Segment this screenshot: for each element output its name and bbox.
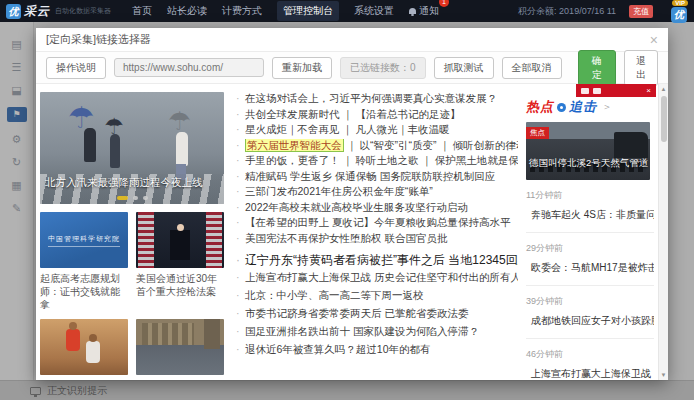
- reload-button[interactable]: 重新加载: [272, 57, 332, 79]
- confirm-button[interactable]: 确定: [578, 50, 616, 86]
- hot-item-text[interactable]: 奔驰车起火 4S店：非质量问题: [526, 208, 654, 222]
- vip-badge: VIP: [672, 0, 688, 6]
- hot-item-time: 29分钟前: [526, 242, 654, 255]
- hot-news-item[interactable]: 46分钟前 上海宣布打赢大上海保卫战: [526, 339, 654, 380]
- menu-item-notifications[interactable]: 通知 1: [409, 4, 439, 18]
- selected-link-highlight[interactable]: 第六届世界智能大会: [245, 139, 344, 152]
- ship-graphic: [614, 132, 648, 158]
- close-icon[interactable]: ×: [650, 33, 658, 47]
- hot-section-header[interactable]: 热点 追击 ＞: [526, 98, 654, 116]
- carousel-main-image[interactable]: ☂ ☂ ☂ 北方入汛来最强降雨过程今夜上线: [40, 92, 224, 204]
- headline-link[interactable]: 三部门发布2021年住房公积金年度“账单”: [236, 185, 518, 198]
- menu-item-must-read[interactable]: 站长必读: [167, 4, 207, 18]
- hot-title: 热点: [526, 98, 554, 116]
- pedestrian-figure: [110, 134, 120, 168]
- focus-caption[interactable]: 德国叫停北溪2号天然气管道: [529, 157, 647, 170]
- scrollbar-down-icon[interactable]: ▼: [659, 370, 668, 380]
- carousel-dot[interactable]: [133, 196, 138, 200]
- vip-corner[interactable]: VIP 优: [666, 1, 688, 21]
- notifications-label: 通知: [419, 4, 439, 18]
- headline-link-lead[interactable]: 辽宁丹东“持黄码者看病被拦”事件之后 当地12345回应: [236, 254, 518, 267]
- menu-item-home[interactable]: 首页: [132, 4, 152, 18]
- webpage-hot-panel: × 热点 追击 ＞ 焦点 德国叫停北溪2号天然气管道 11分钟前 奔驰车起火 4…: [526, 92, 654, 380]
- menu-item-pricing[interactable]: 计费方式: [222, 4, 262, 18]
- notification-badge: 1: [439, 0, 449, 7]
- headline-link[interactable]: 【在希望的田野上 夏收记】今年夏粮收购总量保持高水平: [236, 216, 518, 229]
- hot-news-item[interactable]: 39分钟前 成都地铁回应女子对小孩跺脚: [526, 286, 654, 339]
- bell-icon: [409, 8, 416, 14]
- headline-link[interactable]: 星火成炬｜不舍再见 ｜ 凡人微光｜丰收温暖: [236, 123, 518, 136]
- quit-button[interactable]: 退出: [624, 50, 658, 86]
- focus-tag: 焦点: [526, 127, 549, 139]
- thumb-image-basketball: [40, 319, 128, 375]
- news-thumb[interactable]: 中国管理科学研究院 起底高考志愿规划师：证书交钱就能拿: [40, 212, 128, 311]
- hot-news-item[interactable]: 29分钟前 欧委会：马航MH17是被炸击落: [526, 233, 654, 286]
- embedded-webpage: ☂ ☂ ☂ 北方入汛来最强降雨过程今夜上线: [36, 84, 668, 380]
- headline-rest: ｜ 以“智变”引“质变” ｜ 倾听创新的律动: [344, 139, 519, 151]
- headline-list: 在这场对话会上，习近平为何强调要真心实意谋发展？ 共创全球发展新时代 ｜ 【沿着…: [236, 92, 518, 356]
- news-thumb[interactable]: 美国会通过近30年首个重大控枪法案: [136, 212, 224, 311]
- headline-link[interactable]: 北京：中小学、高一高二等下周一返校: [236, 289, 518, 302]
- headline-link[interactable]: 国足亚洲排名跌出前十 国家队建设为何陷入停滞？: [236, 325, 518, 338]
- logo-tagline: 自动化数据采集器: [55, 6, 111, 16]
- headline-link[interactable]: 在这场对话会上，习近平为何强调要真心实意谋发展？: [236, 92, 518, 105]
- thumb-caption[interactable]: 威尼斯遇高水位倒灌 圣…: [136, 379, 224, 380]
- carousel-dot-active[interactable]: [117, 196, 128, 200]
- scrollbar-up-icon[interactable]: ▲: [659, 84, 668, 94]
- hot-item-text[interactable]: 欧委会：马航MH17是被炸击落: [526, 261, 654, 275]
- menu-item-console[interactable]: 管理控制台: [277, 1, 339, 21]
- account-balance-text: 积分余额: 2019/07/16 11: [518, 5, 616, 18]
- thumb-caption[interactable]: 美国会通过近30年首个重大控枪法案: [136, 272, 224, 298]
- logo-text: 采云: [24, 3, 50, 20]
- headline-link-highlighted[interactable]: 第六届世界智能大会 ｜ 以“智变”引“质变” ｜ 倾听创新的律动: [236, 139, 518, 152]
- vip-avatar: 优: [671, 7, 687, 23]
- chase-title: 追击: [569, 98, 597, 116]
- headline-link[interactable]: 精准赋码 学生返乡 保通保畅 国务院联防联控机制回应: [236, 170, 518, 183]
- headline-link[interactable]: 2022年高校未就业高校毕业生服务攻坚行动启动: [236, 201, 518, 214]
- app-window: 优 采云 自动化数据采集器 首页 站长必读 计费方式 管理控制台 系统设置 通知…: [0, 0, 694, 400]
- thumb-caption[interactable]: 起底高考志愿规划师：证书交钱就能拿: [40, 272, 128, 311]
- pedestrian-figure: [176, 132, 188, 166]
- headline-link[interactable]: 共创全球发展新时代 ｜ 【沿着总书记的足迹】: [236, 108, 518, 121]
- ad-glyph: [581, 88, 589, 94]
- hot-item-time: 46分钟前: [526, 348, 654, 361]
- headline-link[interactable]: 市委书记跻身省委常委两天后 已掌舵省委政法委: [236, 307, 518, 320]
- focus-news-card[interactable]: 焦点 德国叫停北溪2号天然气管道: [526, 122, 650, 180]
- top-navbar: 优 采云 自动化数据采集器 首页 站长必读 计费方式 管理控制台 系统设置 通知…: [0, 0, 694, 22]
- headline-link[interactable]: 退休近6年被查算久吗？超过10年的都有: [236, 343, 518, 356]
- selected-links-count: 已选链接数：0: [340, 57, 426, 79]
- news-thumb[interactable]: 威尼斯遇高水位倒灌 圣…: [136, 319, 224, 380]
- headline-link[interactable]: 上海宣布打赢大上海保卫战 历史会记住坚守和付出的所有人: [236, 271, 518, 284]
- headline-link[interactable]: 美国宪法不再保护女性堕胎权 联合国官员批: [236, 232, 518, 245]
- cancel-all-button[interactable]: 全部取消: [502, 57, 562, 79]
- webpage-headline-column: 在这场对话会上，习近平为何强调要真心实意谋发展？ 共创全球发展新时代 ｜ 【沿着…: [236, 92, 518, 380]
- carousel-dot[interactable]: [143, 196, 148, 200]
- scrollbar-thumb[interactable]: [661, 96, 667, 142]
- news-thumb-grid: 中国管理科学研究院 起底高考志愿规划师：证书交钱就能拿 美国会通过近30年首个重…: [40, 212, 226, 380]
- ad-banner[interactable]: ×: [576, 84, 656, 97]
- url-input[interactable]: [114, 58, 264, 77]
- pedestrian-figure: [84, 128, 96, 162]
- hot-item-text[interactable]: 上海宣布打赢大上海保卫战: [526, 367, 654, 380]
- help-button[interactable]: 操作说明: [46, 57, 106, 79]
- app-logo[interactable]: 优 采云 自动化数据采集器: [6, 3, 111, 20]
- dialog-title: [定向采集]链接选择器: [46, 32, 151, 47]
- hot-item-text[interactable]: 成都地铁回应女子对小孩跺脚: [526, 314, 654, 328]
- dialog-header: [定向采集]链接选择器 ×: [36, 28, 668, 52]
- chevron-right-icon[interactable]: ＞: [602, 100, 612, 114]
- carousel-caption[interactable]: 北方入汛来最强降雨过程今夜上线: [45, 176, 203, 190]
- news-thumb[interactable]: 中国三人男篮止步小组赛: [40, 319, 128, 380]
- hot-news-item[interactable]: 11分钟前 奔驰车起火 4S店：非质量问题: [526, 180, 654, 233]
- menu-item-settings[interactable]: 系统设置: [354, 4, 394, 18]
- thumb-image-institute: 中国管理科学研究院: [40, 212, 128, 268]
- institute-sign-text: 中国管理科学研究院: [48, 234, 120, 247]
- hot-target-icon: [557, 103, 566, 112]
- dialog-toolbar: 操作说明 重新加载 已选链接数：0 抓取测试 全部取消 确定 退出: [36, 52, 668, 84]
- scrape-test-button[interactable]: 抓取测试: [434, 57, 494, 79]
- headline-link[interactable]: 手里的饭，更香了！ ｜ 聆听土地之歌 ｜ 保护黑土地就是保护每个…: [236, 154, 518, 167]
- ad-close-icon[interactable]: ×: [646, 87, 651, 95]
- thumb-caption[interactable]: 中国三人男篮止步小组赛: [40, 379, 128, 380]
- page-scrollbar[interactable]: ▲ ▼: [658, 84, 668, 380]
- carousel-dots: [40, 196, 224, 200]
- recharge-button[interactable]: 充值: [629, 5, 653, 18]
